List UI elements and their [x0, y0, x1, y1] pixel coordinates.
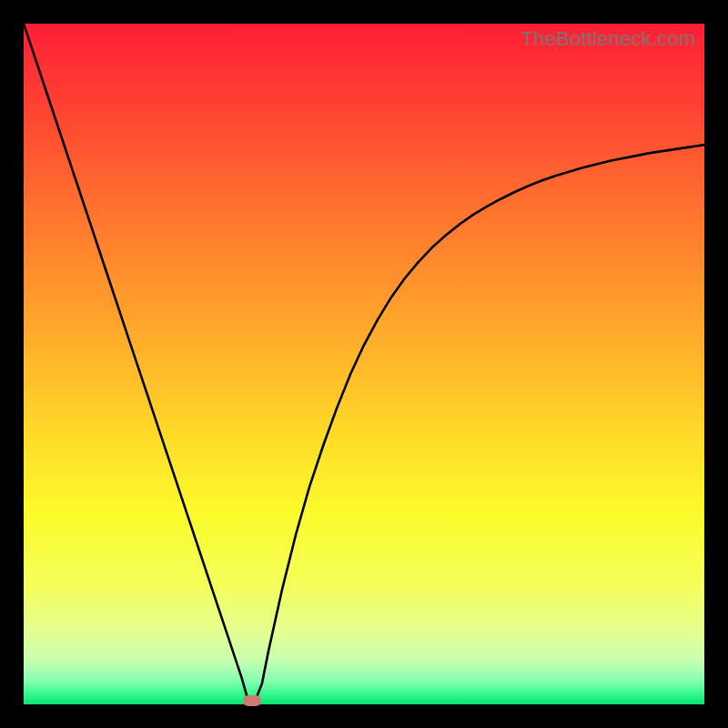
chart-frame: TheBottleneck.com	[24, 24, 704, 704]
minimum-marker	[243, 695, 261, 706]
bottleneck-curve	[24, 24, 704, 704]
watermark-text: TheBottleneck.com	[521, 27, 695, 51]
